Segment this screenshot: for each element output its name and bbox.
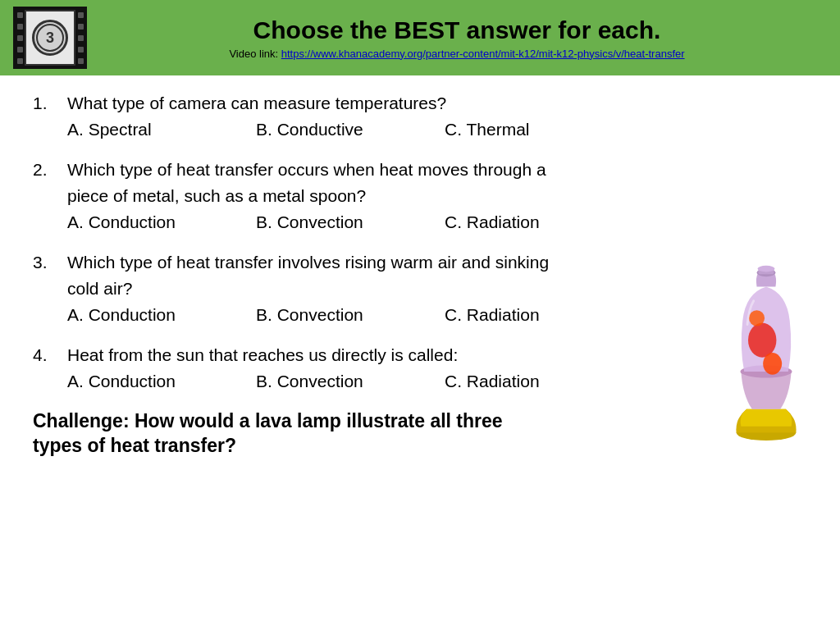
question-2-text-line1: Which type of heat transfer occurs when … xyxy=(67,158,807,181)
q3-option-a: A. Conduction xyxy=(67,304,256,326)
q4-option-b: B. Convection xyxy=(256,370,445,393)
q3-option-b: B. Convection xyxy=(256,304,445,326)
q1-option-a: A. Spectral xyxy=(67,118,256,141)
film-strip: 3 xyxy=(13,7,87,69)
question-3-text-line2: cold air? xyxy=(67,277,807,300)
question-3: 3. Which type of heat transfer involves … xyxy=(33,251,807,327)
svg-point-3 xyxy=(763,353,782,375)
question-2-body: Which type of heat transfer occurs when … xyxy=(67,158,807,235)
question-1-body: What type of camera can measure temperat… xyxy=(67,92,807,142)
header: 3 Choose the BEST answer for each. Video… xyxy=(0,0,840,75)
question-4-text: Heat from the sun that reaches us direct… xyxy=(67,344,807,367)
q4-option-c: C. Radiation xyxy=(445,370,633,393)
header-subtitle: Video link: https://www.khanacademy.org/… xyxy=(87,48,827,60)
question-1-text: What type of camera can measure temperat… xyxy=(67,92,807,115)
question-2-number: 2. xyxy=(33,158,67,235)
main-content: 1. What type of camera can measure tempe… xyxy=(0,75,840,467)
header-text-area: Choose the BEST answer for each. Video l… xyxy=(87,16,827,60)
q2-option-b: B. Convection xyxy=(256,211,445,234)
q2-option-c: C. Radiation xyxy=(445,211,633,234)
question-3-answers: A. Conduction B. Convection C. Radiation xyxy=(67,304,807,326)
challenge-line1: Challenge: How would a lava lamp illustr… xyxy=(33,409,591,434)
question-4-number: 4. xyxy=(33,344,67,394)
challenge-block: Challenge: How would a lava lamp illustr… xyxy=(33,409,591,459)
video-link[interactable]: https://www.khanacademy.org/partner-cont… xyxy=(281,48,685,60)
question-4: 4. Heat from the sun that reaches us dir… xyxy=(33,344,807,394)
video-label: Video link: xyxy=(229,48,278,60)
q2-option-a: A. Conduction xyxy=(67,211,256,234)
question-3-text-line1: Which type of heat transfer involves ris… xyxy=(67,251,807,274)
question-1: 1. What type of camera can measure tempe… xyxy=(33,92,807,142)
q3-option-c: C. Radiation xyxy=(445,304,633,326)
slide-number: 3 xyxy=(46,30,54,47)
question-3-body: Which type of heat transfer involves ris… xyxy=(67,251,807,327)
svg-point-7 xyxy=(757,266,774,272)
question-3-number: 3. xyxy=(33,251,67,327)
question-4-body: Heat from the sun that reaches us direct… xyxy=(67,344,807,394)
header-title: Choose the BEST answer for each. xyxy=(87,16,827,44)
lava-lamp-svg xyxy=(717,262,815,442)
question-2-text-line2: piece of metal, such as a metal spoon? xyxy=(67,185,807,208)
question-1-answers: A. Spectral B. Conductive C. Thermal xyxy=(67,118,807,141)
question-1-number: 1. xyxy=(33,92,67,142)
svg-point-2 xyxy=(748,323,776,358)
question-2-answers: A. Conduction B. Convection C. Radiation xyxy=(67,211,807,234)
q1-option-c: C. Thermal xyxy=(445,118,633,141)
q4-option-a: A. Conduction xyxy=(67,370,256,393)
challenge-line2: types of heat transfer? xyxy=(33,434,591,459)
q1-option-b: B. Conductive xyxy=(256,118,445,141)
svg-point-4 xyxy=(749,311,765,326)
question-4-answers: A. Conduction B. Convection C. Radiation xyxy=(67,370,807,393)
lava-lamp-illustration xyxy=(717,262,815,442)
question-2: 2. Which type of heat transfer occurs wh… xyxy=(33,158,807,235)
